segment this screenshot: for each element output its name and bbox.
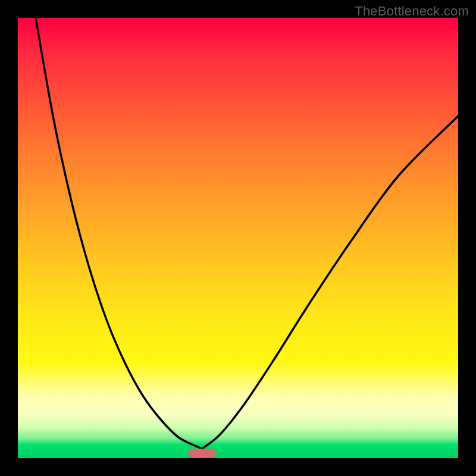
left-branch-curve: [36, 18, 202, 449]
minimum-marker: [188, 449, 217, 457]
right-branch-curve: [202, 116, 458, 449]
curve-layer: [18, 18, 458, 458]
plot-area: [18, 18, 458, 458]
watermark-text: TheBottleneck.com: [355, 4, 469, 19]
